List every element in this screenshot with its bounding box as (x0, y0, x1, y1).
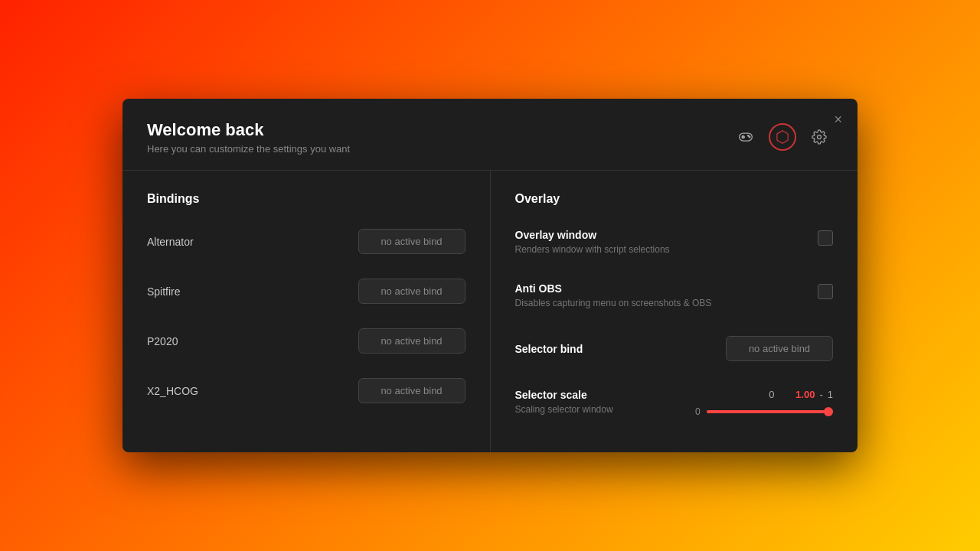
scale-max-value: 1 (828, 389, 833, 400)
hex-icon (775, 129, 790, 145)
anti-obs-text: Anti OBS Disables capturing menu on scre… (515, 282, 818, 308)
settings-icon (812, 129, 827, 145)
modal-title: Welcome back (147, 120, 350, 140)
anti-obs-desc: Disables capturing menu on screenshots &… (515, 298, 818, 308)
anti-obs-label: Anti OBS (515, 282, 818, 295)
overlay-window-checkbox[interactable] (818, 230, 833, 246)
overlay-window-desc: Renders window with script selections (515, 244, 818, 255)
selector-bind-label: Selector bind (515, 343, 583, 355)
overlay-panel: Overlay Overlay window Renders window wi… (491, 171, 858, 452)
binding-label-alternator: Alternator (147, 236, 194, 248)
overlay-section-title: Overlay (515, 192, 834, 206)
scale-value-row: 0 1.00 - 1 (769, 389, 833, 400)
slider-container: 0 (695, 406, 833, 417)
svg-point-6 (749, 136, 750, 138)
svg-point-8 (818, 135, 822, 139)
selector-scale-desc: Scaling selector window (515, 404, 675, 415)
scale-current-value: 1.00 (795, 389, 815, 400)
bindings-panel: Bindings Alternator no active bind Spitf… (122, 171, 491, 452)
overlay-window-label: Overlay window (515, 229, 818, 241)
binding-label-spitfire: Spitfire (147, 285, 181, 298)
bind-button-alternator[interactable]: no active bind (358, 229, 466, 254)
scale-dash: - (819, 389, 822, 400)
modal-subtitle: Here you can customize the settings you … (147, 143, 350, 155)
slider-thumb[interactable] (824, 407, 833, 416)
bindings-section-title: Bindings (147, 192, 466, 206)
selector-scale-label: Selector scale (515, 389, 675, 401)
scale-controls: 0 1.00 - 1 0 (674, 389, 833, 417)
modal-header: Welcome back Here you can customize the … (122, 99, 858, 171)
modal-title-area: Welcome back Here you can customize the … (147, 120, 350, 155)
selector-scale-text: Selector scale Scaling selector window (515, 389, 675, 415)
bind-button-p2020[interactable]: no active bind (358, 328, 466, 354)
binding-row-spitfire: Spitfire no active bind (147, 274, 466, 308)
selector-scale-header: Selector scale Scaling selector window 0… (515, 389, 834, 417)
gamepad-icon (738, 129, 753, 145)
overlay-window-row: Overlay window Renders window with scrip… (515, 224, 834, 259)
settings-button[interactable] (805, 123, 833, 151)
bind-button-x2hcog[interactable]: no active bind (358, 378, 466, 403)
header-actions (732, 123, 833, 151)
modal-body: Bindings Alternator no active bind Spitf… (122, 171, 858, 452)
slider-fill (707, 410, 833, 413)
selector-bind-row: Selector bind no active bind (515, 331, 834, 366)
anti-obs-row: Anti OBS Disables capturing menu on scre… (515, 278, 834, 313)
gamepad-button[interactable] (732, 123, 760, 151)
svg-point-5 (748, 135, 750, 137)
binding-row-alternator: Alternator no active bind (147, 224, 466, 259)
bind-button-spitfire[interactable]: no active bind (358, 279, 466, 304)
slider-track[interactable] (707, 410, 833, 413)
hex-button[interactable] (769, 123, 796, 151)
selector-scale-row: Selector scale Scaling selector window 0… (515, 384, 834, 431)
svg-marker-7 (777, 131, 788, 144)
selector-bind-button[interactable]: no active bind (726, 336, 833, 361)
overlay-window-text: Overlay window Renders window with scrip… (515, 229, 818, 255)
binding-label-x2hcog: X2_HCOG (147, 385, 198, 397)
scale-min-display: 0 (769, 389, 774, 400)
scale-separator (783, 389, 786, 400)
slider-min-label: 0 (695, 406, 701, 417)
binding-row-p2020: P2020 no active bind (147, 324, 466, 358)
binding-row-x2hcog: X2_HCOG no active bind (147, 373, 466, 408)
anti-obs-checkbox[interactable] (818, 284, 833, 299)
close-button[interactable]: × (831, 109, 845, 129)
binding-label-p2020: P2020 (147, 335, 178, 347)
main-modal: × Welcome back Here you can customize th… (122, 99, 858, 452)
